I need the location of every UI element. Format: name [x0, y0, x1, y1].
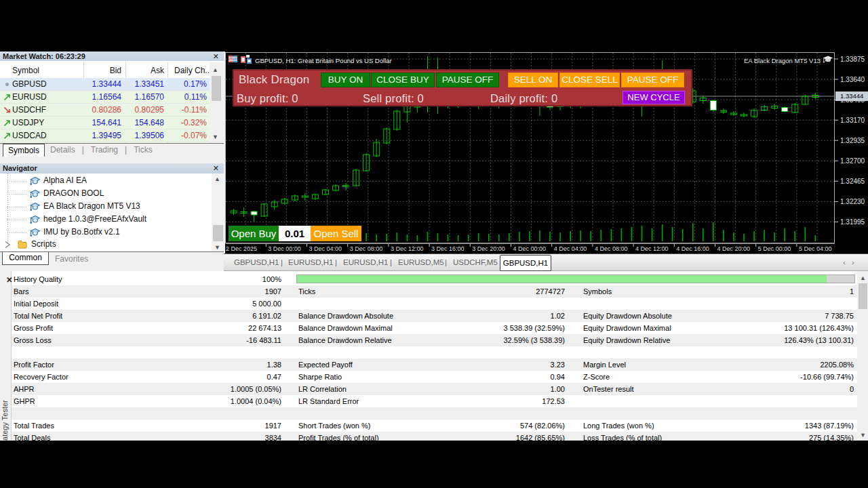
svg-text:1.32465: 1.32465: [840, 178, 865, 185]
svg-text:2 Dec 2025: 2 Dec 2025: [226, 245, 257, 252]
svg-text:4 Dec 20:00: 4 Dec 20:00: [717, 245, 751, 252]
svg-text:1.31995: 1.31995: [840, 218, 865, 226]
svg-text:3 Dec 16:00: 3 Dec 16:00: [431, 245, 465, 252]
svg-text:1.32700: 1.32700: [840, 157, 865, 165]
svg-text:4 Dec 16:00: 4 Dec 16:00: [676, 245, 709, 252]
svg-text:3 Dec 12:00: 3 Dec 12:00: [391, 245, 424, 252]
svg-text:4 Dec 08:00: 4 Dec 08:00: [595, 245, 628, 252]
svg-text:1.32230: 1.32230: [840, 198, 865, 205]
svg-text:4 Dec 04:00: 4 Dec 04:00: [554, 245, 587, 252]
svg-text:3 Dec 04:00: 3 Dec 04:00: [309, 245, 342, 252]
svg-text:3 Dec 20:00: 3 Dec 20:00: [472, 245, 505, 252]
svg-text:1.33875: 1.33875: [840, 56, 865, 63]
svg-text:5 Dec 04:00: 5 Dec 04:00: [799, 245, 832, 252]
svg-text:1.33170: 1.33170: [840, 117, 865, 124]
svg-text:3 Dec 00:00: 3 Dec 00:00: [268, 245, 301, 252]
svg-text:3 Dec 08:00: 3 Dec 08:00: [350, 245, 383, 252]
svg-text:1.33640: 1.33640: [840, 76, 865, 83]
svg-text:1.32935: 1.32935: [840, 137, 865, 144]
svg-text:4 Dec 12:00: 4 Dec 12:00: [635, 245, 669, 252]
svg-text:4 Dec 00:00: 4 Dec 00:00: [513, 245, 547, 252]
svg-text:5 Dec 00:00: 5 Dec 00:00: [758, 245, 791, 252]
